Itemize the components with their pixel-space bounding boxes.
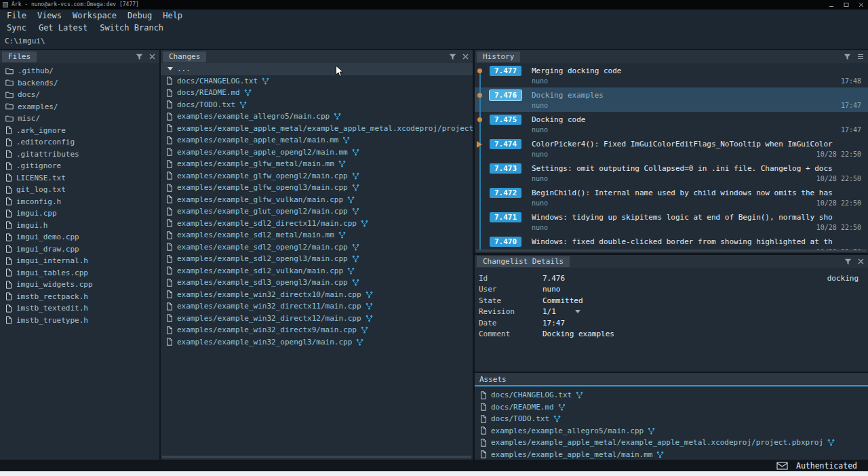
menu-icon[interactable]	[857, 54, 864, 60]
file-name: imgui_draw.cpp	[16, 245, 79, 254]
commit-time: 10/28 22:50	[816, 224, 861, 231]
file-tree-item[interactable]: imstb_truetype.h	[0, 315, 159, 327]
changed-file-row[interactable]: examples/example_glut_opengl2/main.cpp	[161, 205, 473, 218]
history-entry[interactable]: 7.477Merging docking codenuno17:48	[475, 63, 868, 87]
assets-panel-header[interactable]: Assets	[475, 373, 868, 386]
toolbar-button-get-latest[interactable]: Get Latest	[36, 23, 90, 33]
asset-row[interactable]: docs/CHANGELOG.txt	[475, 389, 868, 401]
changed-file-row[interactable]: docs/CHANGELOG.txt	[161, 75, 473, 87]
changed-file-row[interactable]: examples/example_apple_metal/main.mm	[161, 134, 473, 146]
horizontal-scrollbar[interactable]	[162, 456, 471, 458]
menu-item-help[interactable]: Help	[160, 11, 185, 20]
menu-item-workspace[interactable]: Workspace	[70, 11, 119, 20]
changed-file-row[interactable]: examples/example_apple_metal/example_app…	[161, 123, 473, 135]
file-name: .ark_ignore	[16, 126, 66, 135]
file-icon	[5, 138, 12, 146]
changed-file-row[interactable]: examples/example_sdl2_directx11/main.cpp	[161, 218, 473, 230]
toolbar-button-sync[interactable]: Sync	[4, 23, 29, 33]
file-tree-item[interactable]: examples/	[0, 101, 159, 113]
filter-icon[interactable]	[844, 258, 852, 265]
folder-icon	[5, 103, 14, 110]
maximize-icon[interactable]	[844, 2, 849, 7]
file-tree-item[interactable]: imgui_tables.cpp	[0, 267, 159, 279]
changeset-badge: 7.470	[490, 237, 521, 247]
file-tree-item[interactable]: misc/	[0, 113, 159, 125]
history-entry[interactable]: 7.471Windows: tidying up skipitems logic…	[475, 210, 868, 234]
changed-file-row[interactable]: examples/example_allegro5/main.cpp	[161, 111, 473, 123]
changed-file-row[interactable]: examples/example_win32_directx10/main.cp…	[161, 289, 473, 301]
file-name: backends/	[18, 79, 58, 87]
file-tree-item[interactable]: imgui_internal.h	[0, 255, 159, 267]
file-tree-item[interactable]: .editorconfig	[0, 136, 159, 148]
history-entry[interactable]: 7.473Settings: omit outputing Collapsed=…	[475, 161, 868, 185]
history-entry[interactable]: 7.476Docking examplesnuno17:47	[475, 87, 868, 112]
file-tree-item[interactable]: .gitignore	[0, 160, 159, 172]
change-status-icon	[334, 113, 341, 120]
changed-file-row[interactable]: examples/example_glfw_metal/main.mm	[161, 158, 473, 170]
asset-row[interactable]: docs/TODO.txt	[475, 413, 868, 425]
file-tree-item[interactable]: imgui_widgets.cpp	[0, 279, 159, 291]
changed-file-row[interactable]: examples/example_glfw_vulkan/main.cpp	[161, 194, 473, 206]
dropdown-caret-icon[interactable]	[575, 310, 580, 313]
changed-file-row[interactable]: examples/example_sdl2_opengl3/main.cpp	[161, 253, 473, 265]
file-tree-item[interactable]: git_log.txt	[0, 184, 159, 196]
file-tree-item[interactable]: imgui.h	[0, 220, 159, 232]
changed-file-row[interactable]: examples/example_win32_directx9/main.cpp	[161, 324, 473, 336]
filter-icon[interactable]	[136, 54, 143, 60]
file-tree-item[interactable]: imstb_rectpack.h	[0, 291, 159, 303]
history-panel-title: History	[477, 52, 520, 62]
file-tree-item[interactable]: imstb_textedit.h	[0, 302, 159, 315]
horizontal-scrollbar[interactable]	[476, 250, 867, 252]
changed-file-row[interactable]: examples/example_sdl3_opengl3/main.cpp	[161, 277, 473, 289]
changed-file-row[interactable]: examples/example_glfw_opengl3/main.cpp	[161, 182, 473, 194]
close-icon[interactable]	[859, 2, 864, 7]
file-tree-item[interactable]: imconfig.h	[0, 196, 159, 208]
detail-label: Revision	[479, 307, 542, 316]
changed-file-row[interactable]: examples/example_sdl2_metal/main.mm	[161, 229, 473, 241]
asset-row[interactable]: docs/README.md	[475, 401, 868, 414]
changed-file-row[interactable]: examples/example_win32_directx12/main.cp…	[161, 313, 473, 325]
file-tree-item[interactable]: LICENSE.txt	[0, 172, 159, 184]
filter-icon[interactable]	[844, 54, 851, 60]
changed-file-row[interactable]: examples/example_glfw_opengl2/main.cpp	[161, 170, 473, 182]
file-tree-item[interactable]: .gitattributes	[0, 148, 159, 161]
changeset-badge: 7.473	[490, 163, 521, 174]
history-entry[interactable]: 7.470Windows: fixed double-clicked borde…	[475, 234, 868, 250]
file-tree-item[interactable]: .github/	[0, 65, 159, 77]
changed-file-row[interactable]: examples/example_sdl2_opengl2/main.cpp	[161, 241, 473, 254]
menu-item-views[interactable]: Views	[35, 11, 64, 20]
history-entry[interactable]: 7.474ColorPicker4(): Fixed ImGuiColorEdi…	[475, 136, 868, 161]
close-panel-icon[interactable]	[462, 54, 469, 60]
file-tree-item[interactable]: imgui.cpp	[0, 207, 159, 220]
filter-icon[interactable]	[449, 54, 456, 60]
history-entry[interactable]: 7.475Docking codenuno17:47	[475, 112, 868, 136]
changed-file-row[interactable]: examples/example_win32_opengl3/main.cpp	[161, 336, 473, 349]
changed-file-row[interactable]: examples/example_sdl2_vulkan/main.cpp	[161, 265, 473, 277]
asset-row[interactable]: examples/example_apple_metal/example_app…	[475, 437, 868, 449]
file-tree-item[interactable]: imgui_draw.cpp	[0, 243, 159, 256]
toolbar-button-switch-branch[interactable]: Switch Branch	[97, 23, 166, 33]
file-tree-item[interactable]: .ark_ignore	[0, 125, 159, 137]
changed-file-row[interactable]: docs/README.md	[161, 87, 473, 99]
close-panel-icon[interactable]	[149, 54, 155, 60]
collapse-arrow-icon[interactable]	[167, 67, 173, 71]
menu-item-file[interactable]: File	[4, 11, 29, 20]
file-tree-item[interactable]: docs/	[0, 89, 159, 101]
changes-root-row[interactable]: ...	[161, 63, 473, 75]
asset-row[interactable]: examples/example_apple_metal/main.mm	[475, 449, 868, 460]
changed-file-row[interactable]: examples/example_win32_directx11/main.cp…	[161, 300, 473, 313]
change-status-icon	[366, 291, 373, 298]
menu-item-debug[interactable]: Debug	[125, 11, 155, 20]
commit-message: BeginChild(): Internal name used by chil…	[532, 189, 865, 197]
file-tree-item[interactable]: backends/	[0, 77, 159, 90]
history-entry[interactable]: 7.472BeginChild(): Internal name used by…	[475, 185, 868, 210]
changed-file-row[interactable]: docs/TODO.txt	[161, 99, 473, 111]
assets-panel-title: Assets	[479, 375, 507, 384]
minimize-icon[interactable]	[829, 2, 834, 7]
file-icon	[166, 113, 173, 121]
asset-row[interactable]: examples/example_allegro5/main.cpp	[475, 425, 868, 437]
change-status-icon	[352, 184, 359, 191]
file-tree-item[interactable]: imgui_demo.cpp	[0, 231, 159, 243]
changed-file-row[interactable]: examples/example_apple_opengl2/main.mm	[161, 146, 473, 159]
close-panel-icon[interactable]	[858, 258, 864, 264]
